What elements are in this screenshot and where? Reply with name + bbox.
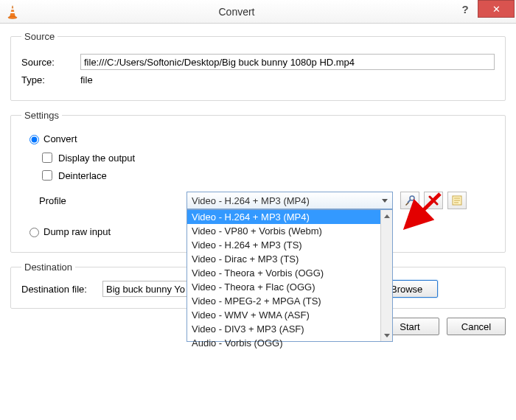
chevron-down-icon — [382, 199, 388, 203]
dropdown-scrollbar[interactable] — [380, 210, 392, 341]
source-group: Source Source: Type: file — [10, 31, 506, 101]
source-input[interactable] — [80, 54, 495, 70]
svg-point-3 — [8, 16, 17, 18]
convert-radio[interactable] — [29, 135, 39, 144]
dump-raw-label: Dump raw input — [43, 226, 111, 237]
profile-option[interactable]: Video - WMV + WMA (ASF) — [187, 308, 392, 322]
new-profile-button[interactable] — [447, 192, 467, 209]
profile-option[interactable]: Audio - Vorbis (OGG) — [187, 336, 392, 350]
vlc-cone-icon — [4, 4, 21, 20]
svg-rect-1 — [11, 8, 14, 10]
close-x-icon — [428, 195, 439, 206]
settings-group: Settings Convert Display the output Dein… — [10, 110, 506, 253]
cancel-button[interactable]: Cancel — [447, 318, 506, 335]
profile-option[interactable]: Video - MPEG-2 + MPGA (TS) — [187, 294, 392, 308]
profile-option[interactable]: Video - Dirac + MP3 (TS) — [187, 252, 392, 266]
note-icon — [451, 195, 463, 206]
destination-label: Destination file: — [21, 284, 102, 295]
profile-option[interactable]: Video - H.264 + MP3 (TS) — [187, 238, 392, 252]
profile-selected-text: Video - H.264 + MP3 (MP4) — [192, 195, 310, 206]
wrench-screwdriver-icon — [404, 195, 416, 206]
profile-option[interactable]: Video - H.264 + MP3 (MP4) — [187, 210, 392, 224]
profile-label: Profile — [39, 195, 186, 206]
profile-option[interactable]: Video - VP80 + Vorbis (Webm) — [187, 224, 392, 238]
profile-option[interactable]: Video - DIV3 + MP3 (ASF) — [187, 322, 392, 336]
scroll-down-icon[interactable] — [381, 329, 392, 341]
display-output-checkbox[interactable] — [42, 153, 52, 163]
display-output-label: Display the output — [58, 153, 135, 164]
svg-marker-0 — [10, 5, 15, 17]
titlebar: Convert ? ✕ — [0, 0, 516, 24]
profile-dropdown[interactable]: Video - H.264 + MP3 (MP4) — [186, 192, 393, 209]
type-value: file — [80, 74, 495, 85]
source-legend: Source — [21, 31, 57, 42]
settings-legend: Settings — [21, 110, 62, 121]
destination-legend: Destination — [21, 262, 75, 273]
deinterlace-label: Deinterlace — [58, 170, 107, 181]
dump-raw-radio[interactable] — [29, 228, 39, 237]
scroll-up-icon[interactable] — [381, 210, 392, 222]
close-button[interactable]: ✕ — [478, 0, 515, 18]
deinterlace-checkbox[interactable] — [42, 170, 52, 181]
edit-profile-button[interactable] — [400, 192, 419, 209]
profile-option[interactable]: Video - Theora + Vorbis (OGG) — [187, 266, 392, 280]
profile-dropdown-list: Video - H.264 + MP3 (MP4) Video - VP80 +… — [186, 209, 393, 342]
delete-profile-button[interactable] — [424, 192, 443, 209]
help-button[interactable]: ? — [453, 0, 478, 18]
type-label: Type: — [21, 74, 80, 85]
convert-radio-label: Convert — [43, 133, 77, 144]
profile-option[interactable]: Video - Theora + Flac (OGG) — [187, 280, 392, 294]
source-label: Source: — [21, 57, 80, 68]
window-title: Convert — [21, 6, 453, 18]
svg-rect-2 — [10, 12, 15, 13]
